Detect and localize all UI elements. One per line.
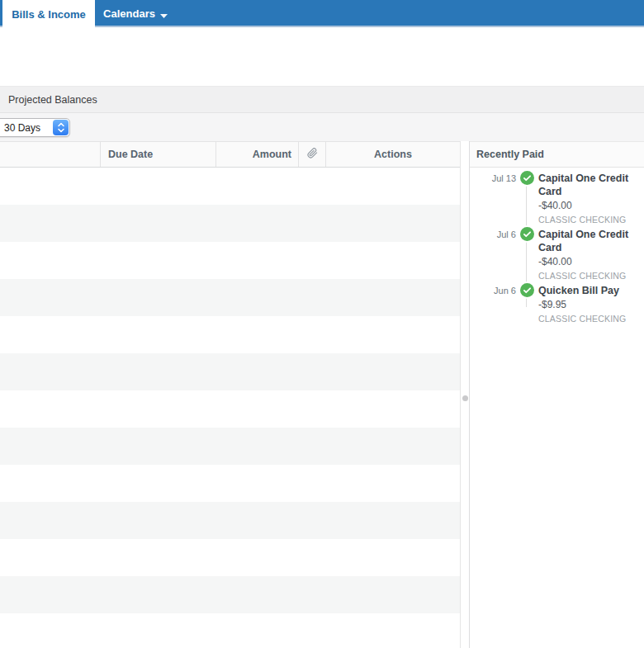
bills-table-pane: Due Date Amount Actions (0, 141, 461, 648)
recently-paid-entry[interactable]: Jul 6 Capital One Credit Card -$40.00 CL… (470, 227, 644, 283)
entry-payee: Capital One Credit Card (538, 227, 644, 254)
entry-date: Jun 6 (470, 283, 516, 330)
tab-calendars[interactable]: Calendars (97, 0, 173, 27)
recently-paid-entry[interactable]: Jun 6 Quicken Bill Pay -$9.95 CLASSIC CH… (470, 283, 644, 330)
paperclip-icon (307, 148, 318, 161)
green-check-icon (520, 171, 534, 185)
column-header-attachment[interactable] (299, 142, 326, 167)
tab-bills-and-income-label: Bills & Income (12, 8, 86, 21)
recently-paid-header: Recently Paid (470, 141, 644, 168)
tab-bills-and-income[interactable]: Bills & Income (2, 0, 95, 29)
select-stepper-icon (53, 120, 69, 135)
app-window: Calendars Bills & Income Projected Balan… (0, 0, 644, 648)
entry-account: CLASSIC CHECKING (538, 213, 644, 227)
entry-account: CLASSIC CHECKING (538, 269, 644, 283)
green-check-icon (520, 283, 534, 297)
recently-paid-entry[interactable]: Jul 13 Capital One Credit Card -$40.00 C… (470, 171, 644, 227)
main-area: Due Date Amount Actions Recently Paid (0, 141, 644, 648)
recently-paid-pane: Recently Paid Jul 13 Capital One Credit … (469, 141, 644, 648)
entry-date: Jul 13 (470, 171, 516, 227)
green-check-icon (520, 227, 534, 241)
projected-balances-title: Projected Balances (8, 94, 97, 106)
entry-amount: -$9.95 (538, 297, 644, 312)
tab-calendars-label: Calendars (103, 7, 155, 20)
entry-amount: -$40.00 (538, 198, 644, 213)
bills-toolbar: 30 Days (0, 113, 644, 141)
chevron-down-icon (160, 8, 168, 21)
entry-account: CLASSIC CHECKING (538, 312, 644, 326)
column-header-due-date[interactable]: Due Date (101, 142, 216, 167)
bills-table-header: Due Date Amount Actions (0, 141, 460, 168)
recently-paid-list: Jul 13 Capital One Credit Card -$40.00 C… (470, 168, 644, 648)
projected-balances-header[interactable]: Projected Balances (0, 86, 644, 113)
entry-date: Jul 6 (470, 227, 516, 283)
pane-splitter[interactable] (461, 141, 469, 648)
entry-amount: -$40.00 (538, 254, 644, 269)
splitter-handle-dot (462, 395, 468, 401)
top-tab-bar: Calendars (0, 0, 644, 27)
entry-payee: Quicken Bill Pay (538, 283, 644, 297)
bills-table-body (0, 168, 460, 648)
range-select[interactable]: 30 Days (0, 118, 70, 137)
entry-payee: Capital One Credit Card (538, 171, 644, 198)
recently-paid-title: Recently Paid (476, 149, 544, 160)
column-header-actions[interactable]: Actions (326, 142, 460, 167)
column-header-amount[interactable]: Amount (216, 142, 299, 167)
column-header-name[interactable] (0, 142, 101, 167)
